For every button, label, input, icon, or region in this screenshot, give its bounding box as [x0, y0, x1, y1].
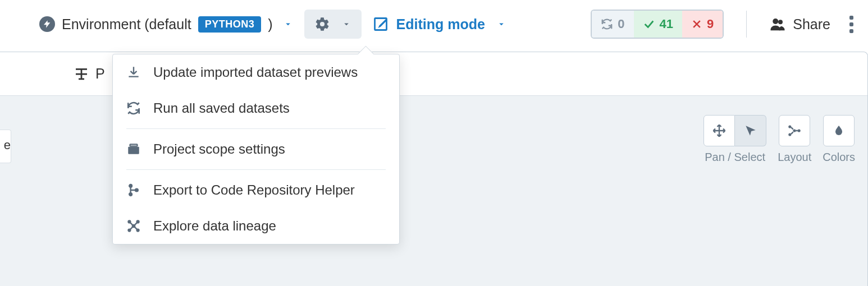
- chevron-down-icon: [283, 19, 293, 29]
- svg-point-11: [135, 189, 138, 192]
- canvas-controls: Pan / Select Layout Colors: [703, 115, 855, 164]
- svg-point-16: [137, 229, 139, 232]
- select-button[interactable]: [735, 115, 766, 146]
- menu-item-label: Update imported dataset previews: [153, 64, 358, 80]
- status-pass[interactable]: 41: [634, 11, 682, 38]
- svg-point-5: [793, 129, 796, 132]
- svg-point-2: [778, 20, 783, 24]
- layout-label: Layout: [778, 151, 811, 164]
- menu-separator: [126, 169, 386, 170]
- svg-point-9: [129, 184, 132, 187]
- menu-separator: [126, 128, 386, 129]
- menu-update-previews[interactable]: Update imported dataset previews: [113, 54, 399, 90]
- svg-rect-8: [130, 144, 138, 146]
- svg-point-13: [128, 220, 130, 223]
- pan-select-group: Pan / Select: [703, 115, 766, 164]
- status-indicators: 0 41 9: [591, 10, 724, 39]
- environment-label: Environment (default: [62, 16, 191, 33]
- tab-label-fragment: P: [95, 66, 105, 82]
- colors-label: Colors: [823, 151, 855, 164]
- menu-item-label: Explore data lineage: [153, 218, 276, 234]
- menu-data-lineage[interactable]: Explore data lineage: [113, 208, 399, 244]
- refresh-count: 0: [618, 17, 624, 31]
- colors-group: Colors: [823, 115, 855, 164]
- pan-button[interactable]: [703, 115, 735, 146]
- svg-rect-7: [128, 147, 139, 154]
- svg-point-6: [798, 129, 801, 132]
- svg-point-15: [128, 229, 130, 232]
- chevron-down-icon: [341, 19, 351, 29]
- svg-point-10: [129, 193, 132, 196]
- tab-item[interactable]: P: [73, 66, 105, 82]
- environment-suffix: ): [268, 16, 272, 33]
- people-icon: [769, 16, 786, 33]
- settings-dropdown-menu: Update imported dataset previews Run all…: [112, 54, 400, 245]
- pan-select-label: Pan / Select: [705, 151, 765, 164]
- divider: [746, 11, 747, 38]
- kebab-menu-icon[interactable]: [849, 16, 853, 33]
- menu-item-label: Run all saved datasets: [153, 100, 290, 116]
- layout-group: Layout: [778, 115, 811, 164]
- settings-dropdown-button[interactable]: [304, 10, 362, 39]
- svg-point-14: [137, 220, 139, 223]
- svg-point-1: [773, 19, 779, 24]
- edit-icon: [373, 16, 389, 32]
- editing-mode-selector[interactable]: Editing mode: [373, 16, 506, 33]
- colors-button[interactable]: [823, 115, 855, 146]
- status-fail[interactable]: 9: [682, 11, 723, 38]
- pass-count: 41: [660, 17, 673, 31]
- menu-project-scope[interactable]: Project scope settings: [113, 131, 399, 167]
- status-refresh[interactable]: 0: [592, 11, 633, 38]
- gear-icon: [314, 16, 330, 32]
- menu-run-all[interactable]: Run all saved datasets: [113, 90, 399, 126]
- editing-mode-label: Editing mode: [396, 16, 485, 33]
- menu-item-label: Project scope settings: [153, 141, 285, 157]
- share-label: Share: [793, 16, 830, 33]
- environment-selector[interactable]: Environment (default PYTHON3 ): [39, 16, 293, 33]
- menu-item-label: Export to Code Repository Helper: [153, 182, 355, 198]
- menu-export-repo[interactable]: Export to Code Repository Helper: [113, 172, 399, 208]
- share-button[interactable]: Share: [769, 16, 830, 33]
- bolt-icon: [39, 16, 55, 32]
- svg-point-12: [133, 225, 135, 227]
- left-panel-peek[interactable]: e: [0, 130, 11, 163]
- layout-button[interactable]: [779, 115, 810, 146]
- top-toolbar: Environment (default PYTHON3 ) Editing m…: [0, 0, 868, 48]
- fail-count: 9: [707, 17, 714, 31]
- flow-icon: [73, 66, 90, 82]
- language-badge: PYTHON3: [198, 16, 262, 33]
- chevron-down-icon: [496, 19, 506, 29]
